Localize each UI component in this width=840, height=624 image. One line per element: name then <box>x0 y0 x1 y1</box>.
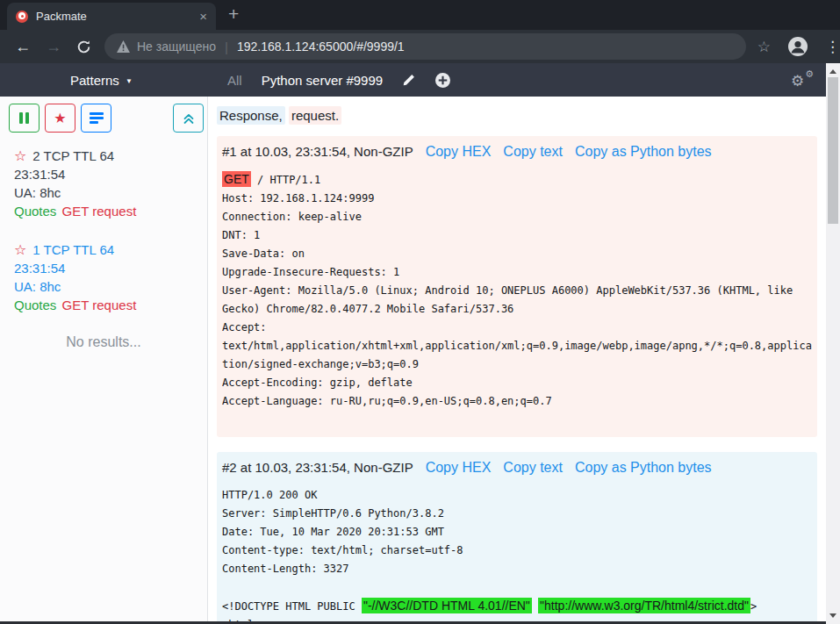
packet-list: #1 at 10.03, 23:31:54, Non-GZIPCopy HEXC… <box>217 136 826 624</box>
patterns-dropdown[interactable]: Patterns ▼ <box>70 73 133 88</box>
copy-action-link[interactable]: Copy text <box>503 460 563 475</box>
browser-menu-icon[interactable]: ⋮ <box>825 38 840 56</box>
star-icon: ★ <box>54 110 66 126</box>
packet-body: GET / HTTP/1.1Host: 192.168.1.124:9999Co… <box>222 170 812 411</box>
list-view-button[interactable] <box>81 104 111 133</box>
stream-time: 23:31:54 <box>14 259 200 277</box>
stream-title: 1 TCP TTL 64 <box>32 242 114 257</box>
packet-body: HTTP/1.0 200 OKServer: SimpleHTTP/0.6 Py… <box>222 486 812 624</box>
packet-block: #1 at 10.03, 23:31:54, Non-GZIPCopy HEXC… <box>217 136 817 437</box>
stream-list: ☆2 TCP TTL 64 23:31:54 UA: 8hc Quotes GE… <box>0 147 207 314</box>
scroll-up-arrow-icon[interactable] <box>829 69 836 74</box>
scroll-down-arrow-icon[interactable] <box>829 613 836 618</box>
pattern-tag-green: Quotes <box>14 204 56 219</box>
stream-list-item[interactable]: ☆2 TCP TTL 64 23:31:54 UA: 8hc Quotes GE… <box>0 147 207 220</box>
security-label: Не защищено <box>137 39 216 54</box>
stream-user-agent: UA: 8hc <box>14 277 200 296</box>
copy-action-link[interactable]: Copy HEX <box>426 144 492 159</box>
tab-pattern[interactable]: Python server #9999 <box>262 73 383 88</box>
address-bar[interactable]: Не защищено | 192.168.1.124:65000/#/9999… <box>104 33 746 60</box>
favorite-star-icon[interactable]: ☆ <box>14 148 26 163</box>
pattern-tag-red: GET request <box>62 204 137 219</box>
settings-gears-icon[interactable]: ⚙⚙ <box>791 69 812 90</box>
align-left-icon <box>90 111 104 126</box>
packet-header: #2 at 10.03, 23:31:54, Non-GZIP <box>222 460 413 475</box>
packet-head: #1 at 10.03, 23:31:54, Non-GZIPCopy HEXC… <box>222 144 812 160</box>
favorites-filter-button[interactable]: ★ <box>45 104 75 133</box>
page: ★ ☆2 TCP TTL 64 23:31:54 UA: 8hc Quotes … <box>0 97 826 624</box>
highlight-green: "http://www.w3.org/TR/html4/strict.dtd" <box>538 598 750 613</box>
chevron-double-up-icon <box>182 111 196 126</box>
pattern-tag-green: Quotes <box>14 298 56 312</box>
bookmark-star-icon[interactable]: ☆ <box>757 38 771 56</box>
add-pattern-icon[interactable] <box>435 73 450 88</box>
forward-icon[interactable]: → <box>46 39 61 54</box>
highlight-green: "-//W3C//DTD HTML 4.01//EN" <box>362 598 532 613</box>
address-separator: | <box>225 39 228 54</box>
copy-action-link[interactable]: Copy text <box>503 144 563 159</box>
not-secure-warning-icon[interactable] <box>117 40 130 53</box>
packmate-favicon-icon <box>16 11 28 23</box>
stream-time: 23:31:54 <box>14 165 200 183</box>
no-results-label: No results... <box>0 334 207 350</box>
stream-title: 2 TCP TTL 64 <box>32 148 114 163</box>
favorite-star-icon[interactable]: ☆ <box>14 242 26 257</box>
highlight-red: GET <box>222 171 251 187</box>
copy-action-link[interactable]: Copy as Python bytes <box>575 144 712 159</box>
url-text: 192.168.1.124:65000/#/9999/1 <box>237 39 405 54</box>
filter-line: Response, request. <box>217 108 826 123</box>
close-tab-icon[interactable]: × <box>199 10 207 23</box>
pause-icon <box>18 112 31 124</box>
page-scrollbar[interactable] <box>826 63 840 624</box>
copy-action-link[interactable]: Copy as Python bytes <box>575 460 712 475</box>
packet-head: #2 at 10.03, 23:31:54, Non-GZIPCopy HEXC… <box>222 460 812 476</box>
packet-actions: Copy HEXCopy textCopy as Python bytes <box>413 460 712 475</box>
browser-tab-strip: Packmate × + <box>0 0 840 30</box>
sidebar: ★ ☆2 TCP TTL 64 23:31:54 UA: 8hc Quotes … <box>0 97 208 624</box>
packet-header: #1 at 10.03, 23:31:54, Non-GZIP <box>222 144 413 159</box>
pause-capture-button[interactable] <box>9 104 39 133</box>
packet-actions: Copy HEXCopy textCopy as Python bytes <box>413 144 712 159</box>
stream-user-agent: UA: 8hc <box>14 183 200 202</box>
pattern-tag-red: GET request <box>62 298 137 312</box>
caret-down-icon: ▼ <box>126 75 133 85</box>
patterns-label: Patterns <box>70 73 119 88</box>
packet-block: #2 at 10.03, 23:31:54, Non-GZIPCopy HEXC… <box>217 452 817 624</box>
reload-icon[interactable] <box>76 39 91 54</box>
back-icon[interactable]: ← <box>15 39 31 54</box>
filter-chip: Response, <box>217 106 285 125</box>
app-navbar: Patterns ▼ All Python server #9999 ⚙⚙ <box>0 63 826 97</box>
tab-title: Packmate <box>36 10 199 23</box>
scrollbar-thumb[interactable] <box>828 77 838 224</box>
copy-action-link[interactable]: Copy HEX <box>426 460 492 475</box>
tab-all[interactable]: All <box>227 73 242 88</box>
browser-toolbar: ← → Не защищено | 192.168.1.124:65000/#/… <box>0 30 840 63</box>
filter-chip: request. <box>289 106 341 125</box>
collapse-button[interactable] <box>173 104 204 133</box>
stream-list-item[interactable]: ☆1 TCP TTL 64 23:31:54 UA: 8hc Quotes GE… <box>0 240 207 314</box>
browser-tab[interactable]: Packmate × <box>7 3 216 30</box>
sidebar-toolbar: ★ <box>0 104 207 133</box>
new-tab-button[interactable]: + <box>228 4 239 25</box>
profile-avatar-icon[interactable] <box>787 36 808 57</box>
main-content: Response, request. #1 at 10.03, 23:31:54… <box>208 97 826 624</box>
edit-pattern-icon[interactable] <box>402 73 416 87</box>
